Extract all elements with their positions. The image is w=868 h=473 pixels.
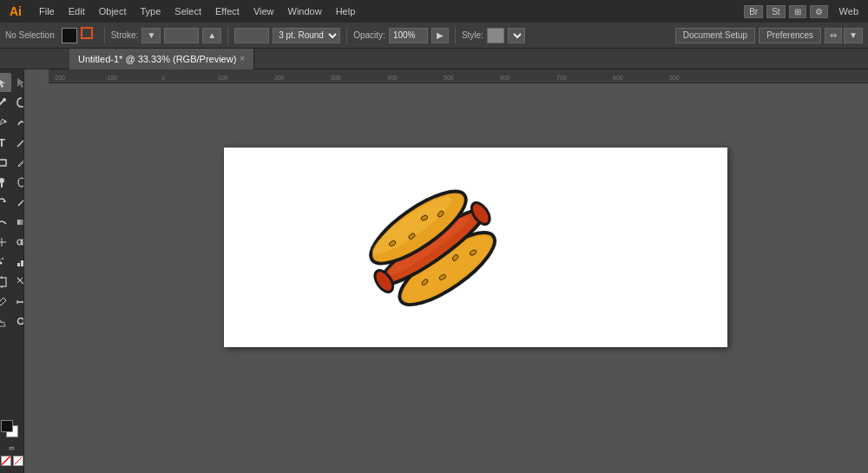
magic-wand-tool[interactable] xyxy=(0,93,11,112)
svg-text:-200: -200 xyxy=(53,75,65,81)
svg-text:300: 300 xyxy=(331,75,341,81)
bridge-icon[interactable]: Br xyxy=(744,5,763,18)
left-toolbar: T xyxy=(0,69,24,473)
canvas-area[interactable]: -200-100 0100 200300 400500 600700 80090… xyxy=(24,69,868,473)
lasso-tool[interactable] xyxy=(12,93,24,112)
pencil-tool[interactable] xyxy=(12,153,24,172)
warp-tool[interactable] xyxy=(0,213,11,232)
menu-edit[interactable]: Edit xyxy=(62,4,91,18)
stroke-up-btn[interactable]: ▲ xyxy=(202,28,221,43)
svg-rect-20 xyxy=(21,260,23,266)
menu-effect[interactable]: Effect xyxy=(209,4,246,18)
style-preview xyxy=(487,28,504,43)
svg-rect-6 xyxy=(0,160,6,166)
search-icon[interactable]: ⚙ xyxy=(810,5,828,18)
divider-4 xyxy=(455,27,456,44)
tab-close-btn[interactable]: × xyxy=(240,54,245,63)
artboard-tools-row xyxy=(0,273,24,292)
stroke-down-btn[interactable]: ▼ xyxy=(141,28,161,43)
symbol-sprayer-tool[interactable] xyxy=(0,253,11,272)
menu-type[interactable]: Type xyxy=(135,4,168,18)
svg-text:200: 200 xyxy=(274,75,285,81)
svg-point-3 xyxy=(3,98,6,102)
svg-text:600: 600 xyxy=(500,75,510,81)
svg-point-9 xyxy=(18,178,24,187)
svg-point-16 xyxy=(0,259,1,261)
menu-help[interactable]: Help xyxy=(330,4,362,18)
line-tool[interactable] xyxy=(12,133,24,152)
svg-rect-33 xyxy=(49,69,868,83)
pen-tools-row xyxy=(0,113,24,132)
svg-rect-19 xyxy=(17,263,20,266)
mesh-tool[interactable] xyxy=(0,233,11,252)
curvature-tool[interactable] xyxy=(12,113,24,132)
tab-title: Untitled-1* @ 33.33% (RGB/Preview) xyxy=(78,54,236,64)
menu-web[interactable]: Web xyxy=(833,4,865,18)
slice-tool[interactable] xyxy=(12,273,24,292)
none-stroke-btn[interactable] xyxy=(13,456,23,466)
rotate-tool[interactable] xyxy=(0,193,11,212)
stroke-preset-select[interactable]: 3 pt. Round xyxy=(273,28,340,43)
zoom-tool[interactable] xyxy=(12,312,24,332)
warp-tools-row xyxy=(0,213,24,232)
foreground-color-swatch[interactable] xyxy=(1,420,13,432)
menu-bar: Ai File Edit Object Type Select Effect V… xyxy=(0,0,868,23)
transform-btn[interactable]: ⇔ xyxy=(825,28,842,43)
mesh-tools-row xyxy=(0,233,24,252)
artboard xyxy=(224,148,727,347)
svg-text:100: 100 xyxy=(218,75,228,81)
rect-tool[interactable] xyxy=(0,153,11,172)
preferences-btn[interactable]: Preferences xyxy=(759,28,821,43)
toolbar-colors: ⇄ xyxy=(1,417,23,470)
shape-tools-row xyxy=(0,153,24,172)
scale-tool[interactable] xyxy=(12,193,24,212)
opacity-arrow-btn[interactable]: ▶ xyxy=(431,28,449,43)
selection-tool[interactable] xyxy=(0,73,11,92)
svg-rect-11 xyxy=(17,220,24,225)
stock-icon[interactable]: St xyxy=(766,5,785,18)
main-layout: T xyxy=(0,69,868,473)
swap-colors-btn[interactable]: ⇄ xyxy=(9,444,15,452)
stroke-swatch-container xyxy=(81,27,98,44)
blob-brush-tool[interactable] xyxy=(12,173,24,192)
svg-text:700: 700 xyxy=(556,75,567,81)
paintbrush-tool[interactable] xyxy=(0,173,11,192)
type-tool[interactable]: T xyxy=(0,133,11,152)
hand-zoom-row xyxy=(0,312,24,332)
svg-rect-22 xyxy=(0,278,6,286)
ai-logo: Ai xyxy=(3,2,28,21)
document-tab[interactable]: Untitled-1* @ 33.33% (RGB/Preview) × xyxy=(69,49,254,69)
brush-tools-row xyxy=(0,173,24,192)
menu-window[interactable]: Window xyxy=(282,4,328,18)
svg-rect-8 xyxy=(1,183,3,187)
divider-1 xyxy=(104,27,105,44)
eyedropper-tool[interactable] xyxy=(0,292,11,312)
style-select[interactable] xyxy=(508,28,525,43)
arrange-btn[interactable]: ▼ xyxy=(844,28,863,43)
svg-point-17 xyxy=(2,258,3,259)
stroke-preview xyxy=(234,28,269,43)
artboard-tool[interactable] xyxy=(0,273,11,292)
document-setup-btn[interactable]: Document Setup xyxy=(675,28,756,43)
menu-select[interactable]: Select xyxy=(168,4,207,18)
type-tools-row: T xyxy=(0,133,24,152)
hand-tool[interactable] xyxy=(0,312,11,332)
menu-object[interactable]: Object xyxy=(93,4,133,18)
svg-line-2 xyxy=(0,101,3,106)
svg-point-4 xyxy=(4,121,7,123)
stroke-value-input[interactable] xyxy=(164,28,199,43)
opacity-input[interactable] xyxy=(389,28,428,43)
fill-swatch[interactable] xyxy=(62,28,77,43)
measure-tool[interactable] xyxy=(12,292,24,312)
workspace-icon[interactable]: ⊞ xyxy=(789,5,806,18)
none-fill-btn[interactable] xyxy=(1,456,11,466)
direct-selection-tool[interactable] xyxy=(12,73,24,92)
graph-tool[interactable] xyxy=(12,253,24,272)
menu-view[interactable]: View xyxy=(247,4,280,18)
svg-text:400: 400 xyxy=(387,75,398,81)
menu-file[interactable]: File xyxy=(33,4,61,18)
shape-builder-tool[interactable] xyxy=(12,233,24,252)
stroke-swatch[interactable] xyxy=(81,27,93,39)
pen-tool[interactable] xyxy=(0,113,11,132)
gradient-tool[interactable] xyxy=(12,213,24,232)
